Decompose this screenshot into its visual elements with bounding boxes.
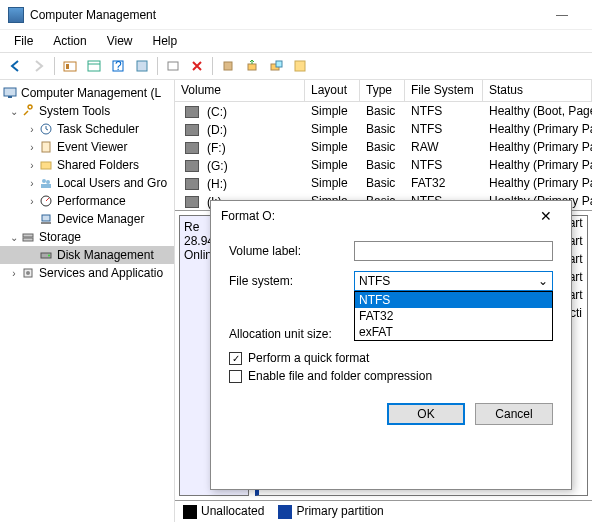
expand-icon[interactable]: › (26, 124, 38, 135)
svg-rect-0 (64, 62, 76, 71)
storage-icon (20, 229, 36, 245)
expand-icon[interactable]: › (26, 160, 38, 171)
computer-icon (2, 85, 18, 101)
event-icon (38, 139, 54, 155)
dialog-titlebar[interactable]: Format O: ✕ (211, 201, 571, 231)
tb-icon-3[interactable]: ? (107, 55, 129, 77)
expand-icon[interactable]: › (8, 268, 20, 279)
file-system-dropdown[interactable]: NTFS ⌄ NTFS FAT32 exFAT (354, 271, 553, 291)
delete-icon[interactable] (186, 55, 208, 77)
svg-rect-1 (66, 64, 69, 69)
quick-format-checkbox[interactable]: ✓ Perform a quick format (229, 351, 553, 365)
format-dialog: Format O: ✕ Volume label: File system: N… (210, 200, 572, 490)
col-layout[interactable]: Layout (305, 80, 360, 101)
tb-icon-9[interactable] (289, 55, 311, 77)
tb-icon-4[interactable] (131, 55, 153, 77)
fs-option-exfat[interactable]: exFAT (355, 324, 552, 340)
ok-button[interactable]: OK (387, 403, 465, 425)
tree-storage[interactable]: ⌄ Storage (0, 228, 174, 246)
file-system-options[interactable]: NTFS FAT32 exFAT (354, 291, 553, 341)
window-titlebar: Computer Management — (0, 0, 592, 30)
legend-bar: Unallocated Primary partition (175, 500, 592, 522)
tree-performance[interactable]: › Performance (0, 192, 174, 210)
tree-system-tools[interactable]: ⌄ System Tools (0, 102, 174, 120)
tree-device-manager[interactable]: Device Manager (0, 210, 174, 228)
fs-option-fat32[interactable]: FAT32 (355, 308, 552, 324)
table-row[interactable]: (G:)SimpleBasicNTFSHealthy (Primary Part (175, 156, 592, 174)
tb-icon-2[interactable] (83, 55, 105, 77)
tree-task-scheduler[interactable]: › Task Scheduler (0, 120, 174, 138)
tree-label: Services and Applicatio (39, 266, 163, 280)
quick-format-label: Perform a quick format (248, 351, 369, 365)
svg-point-29 (26, 271, 30, 275)
svg-point-27 (48, 255, 50, 257)
compression-checkbox[interactable]: Enable file and folder compression (229, 369, 553, 383)
menu-file[interactable]: File (6, 32, 41, 50)
file-system-lbl: File system: (229, 274, 354, 288)
svg-rect-16 (42, 142, 50, 152)
col-filesystem[interactable]: File System (405, 80, 483, 101)
table-row[interactable]: (F:)SimpleBasicRAWHealthy (Primary Part (175, 138, 592, 156)
expand-icon[interactable]: › (26, 142, 38, 153)
expand-icon[interactable]: › (26, 196, 38, 207)
svg-rect-9 (248, 64, 256, 70)
back-button[interactable] (4, 55, 26, 77)
table-row[interactable]: (D:)SimpleBasicNTFSHealthy (Primary Part (175, 120, 592, 138)
svg-rect-14 (8, 96, 12, 98)
svg-rect-13 (4, 88, 16, 96)
disk-icon (38, 247, 54, 263)
collapse-icon[interactable]: ⌄ (8, 232, 20, 243)
legend-primary: Primary partition (278, 504, 383, 519)
tb-icon-1[interactable] (59, 55, 81, 77)
svg-rect-12 (295, 61, 305, 71)
tree-label: Storage (39, 230, 81, 244)
tree-label: Event Viewer (57, 140, 127, 154)
tree-label: Shared Folders (57, 158, 139, 172)
svg-rect-25 (23, 238, 33, 241)
volume-grid-body[interactable]: (C:)SimpleBasicNTFSHealthy (Boot, Page F… (175, 102, 592, 210)
tree-shared-folders[interactable]: › Shared Folders (0, 156, 174, 174)
col-volume[interactable]: Volume (175, 80, 305, 101)
svg-rect-2 (88, 61, 100, 71)
tree-label: Device Manager (57, 212, 144, 226)
svg-rect-7 (168, 62, 178, 70)
tb-icon-7[interactable] (241, 55, 263, 77)
file-system-selected: NTFS (359, 274, 390, 288)
close-button[interactable]: ✕ (531, 208, 561, 224)
table-row[interactable]: (C:)SimpleBasicNTFSHealthy (Boot, Page F (175, 102, 592, 120)
menu-action[interactable]: Action (45, 32, 94, 50)
tree-root-label: Computer Management (L (21, 86, 161, 100)
tree-label: Disk Management (57, 248, 154, 262)
menu-help[interactable]: Help (145, 32, 186, 50)
chevron-down-icon: ⌄ (538, 274, 548, 288)
volume-label-input[interactable] (354, 241, 553, 261)
toolbar: ? (0, 52, 592, 80)
tb-icon-8[interactable] (265, 55, 287, 77)
cancel-button[interactable]: Cancel (475, 403, 553, 425)
fs-option-ntfs[interactable]: NTFS (355, 292, 552, 308)
tree-disk-management[interactable]: Disk Management (0, 246, 174, 264)
tree-event-viewer[interactable]: › Event Viewer (0, 138, 174, 156)
expand-icon[interactable]: › (26, 178, 38, 189)
legend-unallocated: Unallocated (183, 504, 264, 519)
tools-icon (20, 103, 36, 119)
navigation-tree[interactable]: Computer Management (L ⌄ System Tools › … (0, 80, 175, 522)
tree-label: Performance (57, 194, 126, 208)
svg-rect-8 (224, 62, 232, 70)
tree-services[interactable]: › Services and Applicatio (0, 264, 174, 282)
col-status[interactable]: Status (483, 80, 592, 101)
menu-view[interactable]: View (99, 32, 141, 50)
tree-local-users[interactable]: › Local Users and Gro (0, 174, 174, 192)
minimize-button[interactable]: — (540, 1, 584, 29)
table-row[interactable]: (H:)SimpleBasicFAT32Healthy (Primary Par… (175, 174, 592, 192)
col-type[interactable]: Type (360, 80, 405, 101)
svg-text:?: ? (115, 59, 122, 73)
svg-point-19 (46, 180, 50, 184)
clock-icon (38, 121, 54, 137)
tree-root[interactable]: Computer Management (L (0, 84, 174, 102)
users-icon (38, 175, 54, 191)
collapse-icon[interactable]: ⌄ (8, 106, 20, 117)
forward-button[interactable] (28, 55, 50, 77)
tb-icon-5[interactable] (162, 55, 184, 77)
tb-icon-6[interactable] (217, 55, 239, 77)
